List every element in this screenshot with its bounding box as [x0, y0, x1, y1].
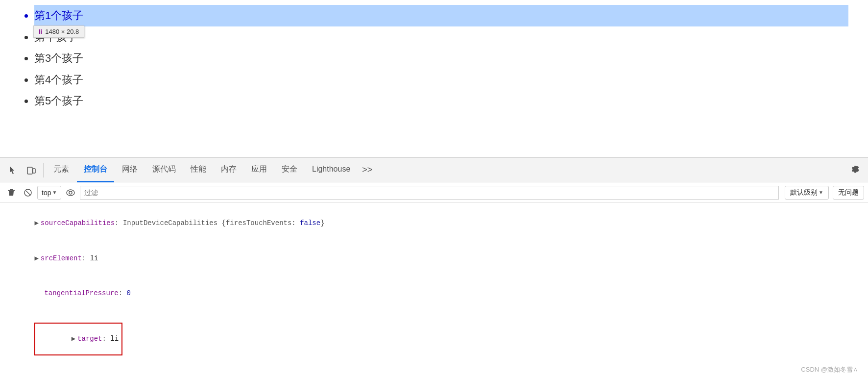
tab-network[interactable]: 网络	[115, 158, 145, 182]
list-item-3[interactable]: 第3个孩子	[34, 48, 848, 69]
console-output: ▶sourceCapabilities: InputDeviceCapabili…	[0, 203, 868, 378]
tab-memory[interactable]: 内存	[214, 158, 243, 182]
issues-button[interactable]: 无问题	[833, 186, 864, 200]
svg-point-5	[69, 191, 72, 194]
console-line-sourcecapabilities: ▶sourceCapabilities: InputDeviceCapabili…	[0, 206, 868, 241]
console-line-target: ▶target: li	[0, 311, 868, 368]
inspect-element-icon[interactable]	[4, 161, 22, 179]
devtools-panel: 元素 控制台 网络 源代码 性能 内存 应用 安全 Lighthouse >>	[0, 157, 868, 378]
console-line-srcelement: ▶srcElement: li	[0, 241, 868, 276]
svg-rect-0	[27, 167, 32, 174]
expand-arrow-icon[interactable]: ▶	[34, 219, 38, 227]
console-toolbar: top ▼ 默认级别 ▼ 无问题	[0, 182, 868, 203]
list-item-2[interactable]: 第个孩子	[34, 26, 848, 48]
svg-line-3	[26, 191, 30, 195]
element-tooltip: li 1480 × 20.8	[33, 25, 84, 38]
tab-application[interactable]: 应用	[244, 158, 274, 182]
console-line-tangential: tangentialPressure: 0	[0, 276, 868, 310]
svg-point-4	[67, 190, 74, 196]
tooltip-tag: li	[39, 28, 42, 35]
device-toolbar-icon[interactable]	[23, 161, 40, 179]
page-content: 第1个孩子 第个孩子 第3个孩子 第4个孩子 第5个孩子 li 1480 × 2…	[0, 0, 868, 147]
watermark: CSDN @激如冬雪∧	[801, 365, 858, 374]
tab-security[interactable]: 安全	[275, 158, 304, 182]
list-item-4[interactable]: 第4个孩子	[34, 69, 848, 91]
console-filter-input[interactable]	[80, 186, 779, 200]
clear-console-icon[interactable]	[4, 185, 19, 200]
expand-arrow-icon-3[interactable]: ▶	[72, 335, 75, 343]
console-line-tiltx: tiltX: 0	[0, 367, 868, 378]
tab-divider	[43, 163, 44, 177]
log-level-selector[interactable]: 默认级别 ▼	[785, 186, 829, 200]
live-expressions-icon[interactable]	[63, 185, 78, 200]
tooltip-size: 1480 × 20.8	[45, 28, 79, 35]
console-context-selector[interactable]: top ▼	[37, 186, 61, 200]
tab-elements[interactable]: 元素	[47, 158, 76, 182]
context-chevron-icon: ▼	[52, 190, 57, 195]
expand-arrow-icon-2[interactable]: ▶	[34, 254, 38, 262]
list-item-1[interactable]: 第1个孩子	[34, 5, 848, 26]
svg-rect-1	[33, 169, 35, 173]
stop-on-exception-icon[interactable]	[21, 185, 35, 200]
tab-sources[interactable]: 源代码	[145, 158, 183, 182]
more-tabs-button[interactable]: >>	[358, 163, 376, 177]
devtools-settings-icon[interactable]	[846, 161, 864, 179]
devtools-tabbar: 元素 控制台 网络 源代码 性能 内存 应用 安全 Lighthouse >>	[0, 158, 868, 182]
page-list: 第1个孩子 第个孩子 第3个孩子 第4个孩子 第5个孩子	[20, 5, 848, 112]
tab-console[interactable]: 控制台	[77, 158, 114, 182]
level-chevron-icon: ▼	[819, 190, 823, 195]
list-item-5[interactable]: 第5个孩子	[34, 90, 848, 112]
tab-lighthouse[interactable]: Lighthouse	[305, 158, 357, 182]
tab-performance[interactable]: 性能	[184, 158, 213, 182]
